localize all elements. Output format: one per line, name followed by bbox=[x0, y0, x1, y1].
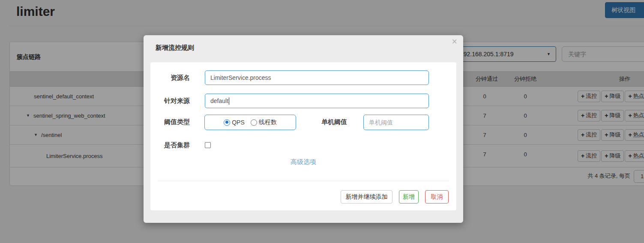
qps-radio[interactable]: QPS bbox=[224, 119, 245, 126]
radio-selected-icon bbox=[224, 119, 230, 126]
radio-unselected-icon bbox=[251, 119, 257, 126]
resource-name-label: 资源名 bbox=[150, 74, 190, 82]
source-input[interactable]: default bbox=[205, 94, 429, 108]
modal-form: 资源名 针对来源 default 阈值类型 QPS 线程数 单机阈值 是 bbox=[150, 62, 456, 210]
threshold-type-label: 阈值类型 bbox=[150, 118, 190, 126]
close-icon[interactable]: × bbox=[452, 37, 457, 46]
add-flow-rule-modal: 新增流控规则 × 资源名 针对来源 default 阈值类型 QPS 线程数 bbox=[144, 35, 463, 223]
source-label: 针对来源 bbox=[150, 97, 190, 105]
single-threshold-label: 单机阈值 bbox=[321, 118, 347, 126]
text-cursor bbox=[229, 97, 229, 105]
single-threshold-input[interactable] bbox=[363, 115, 429, 130]
add-button[interactable]: 新增 bbox=[399, 190, 419, 204]
form-divider bbox=[158, 181, 449, 181]
cluster-checkbox[interactable] bbox=[205, 142, 211, 148]
resource-name-input[interactable] bbox=[205, 70, 429, 85]
cancel-button[interactable]: 取消 bbox=[425, 190, 449, 204]
modal-title: 新增流控规则 bbox=[156, 44, 194, 52]
source-input-value: default bbox=[210, 97, 228, 104]
thread-count-radio[interactable]: 线程数 bbox=[251, 118, 277, 126]
advanced-options-link[interactable]: 高级选项 bbox=[150, 158, 456, 166]
cluster-label: 是否集群 bbox=[150, 141, 190, 149]
threshold-type-group: QPS 线程数 bbox=[204, 115, 296, 130]
app-window: limiter 树状视图 簇点链路 192.168.205.1:8719 ▼ 资… bbox=[0, 0, 644, 243]
add-and-continue-button[interactable]: 新增并继续添加 bbox=[341, 190, 392, 204]
